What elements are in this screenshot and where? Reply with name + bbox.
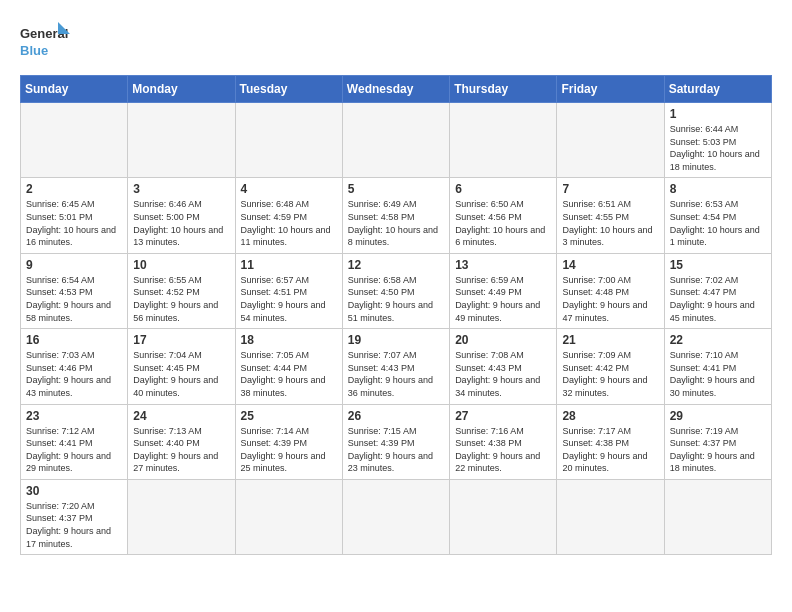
day-number: 23: [26, 409, 122, 423]
calendar-cell: 11Sunrise: 6:57 AM Sunset: 4:51 PM Dayli…: [235, 253, 342, 328]
weekday-header-monday: Monday: [128, 76, 235, 103]
day-number: 24: [133, 409, 229, 423]
day-info: Sunrise: 6:48 AM Sunset: 4:59 PM Dayligh…: [241, 198, 337, 248]
day-info: Sunrise: 7:08 AM Sunset: 4:43 PM Dayligh…: [455, 349, 551, 399]
day-info: Sunrise: 6:53 AM Sunset: 4:54 PM Dayligh…: [670, 198, 766, 248]
calendar-cell: [128, 479, 235, 554]
week-row-1: 1Sunrise: 6:44 AM Sunset: 5:03 PM Daylig…: [21, 103, 772, 178]
day-number: 18: [241, 333, 337, 347]
day-info: Sunrise: 7:17 AM Sunset: 4:38 PM Dayligh…: [562, 425, 658, 475]
calendar-cell: 4Sunrise: 6:48 AM Sunset: 4:59 PM Daylig…: [235, 178, 342, 253]
calendar-cell: [664, 479, 771, 554]
weekday-header-tuesday: Tuesday: [235, 76, 342, 103]
day-info: Sunrise: 6:57 AM Sunset: 4:51 PM Dayligh…: [241, 274, 337, 324]
calendar-cell: 8Sunrise: 6:53 AM Sunset: 4:54 PM Daylig…: [664, 178, 771, 253]
weekday-header-wednesday: Wednesday: [342, 76, 449, 103]
calendar-table: SundayMondayTuesdayWednesdayThursdayFrid…: [20, 75, 772, 555]
day-info: Sunrise: 6:54 AM Sunset: 4:53 PM Dayligh…: [26, 274, 122, 324]
calendar-cell: 18Sunrise: 7:05 AM Sunset: 4:44 PM Dayli…: [235, 329, 342, 404]
calendar-cell: 1Sunrise: 6:44 AM Sunset: 5:03 PM Daylig…: [664, 103, 771, 178]
day-info: Sunrise: 7:13 AM Sunset: 4:40 PM Dayligh…: [133, 425, 229, 475]
day-info: Sunrise: 6:50 AM Sunset: 4:56 PM Dayligh…: [455, 198, 551, 248]
day-info: Sunrise: 7:07 AM Sunset: 4:43 PM Dayligh…: [348, 349, 444, 399]
day-number: 20: [455, 333, 551, 347]
day-info: Sunrise: 7:10 AM Sunset: 4:41 PM Dayligh…: [670, 349, 766, 399]
week-row-5: 23Sunrise: 7:12 AM Sunset: 4:41 PM Dayli…: [21, 404, 772, 479]
weekday-header-friday: Friday: [557, 76, 664, 103]
calendar-cell: 28Sunrise: 7:17 AM Sunset: 4:38 PM Dayli…: [557, 404, 664, 479]
day-info: Sunrise: 6:58 AM Sunset: 4:50 PM Dayligh…: [348, 274, 444, 324]
calendar-cell: [450, 479, 557, 554]
day-info: Sunrise: 6:45 AM Sunset: 5:01 PM Dayligh…: [26, 198, 122, 248]
calendar-cell: 3Sunrise: 6:46 AM Sunset: 5:00 PM Daylig…: [128, 178, 235, 253]
day-info: Sunrise: 7:20 AM Sunset: 4:37 PM Dayligh…: [26, 500, 122, 550]
day-number: 28: [562, 409, 658, 423]
calendar-cell: [342, 479, 449, 554]
day-number: 6: [455, 182, 551, 196]
day-number: 29: [670, 409, 766, 423]
day-info: Sunrise: 6:59 AM Sunset: 4:49 PM Dayligh…: [455, 274, 551, 324]
calendar-cell: [557, 103, 664, 178]
logo-svg: General Blue: [20, 20, 70, 65]
day-info: Sunrise: 7:12 AM Sunset: 4:41 PM Dayligh…: [26, 425, 122, 475]
day-info: Sunrise: 7:04 AM Sunset: 4:45 PM Dayligh…: [133, 349, 229, 399]
day-number: 3: [133, 182, 229, 196]
calendar-cell: 13Sunrise: 6:59 AM Sunset: 4:49 PM Dayli…: [450, 253, 557, 328]
day-info: Sunrise: 7:00 AM Sunset: 4:48 PM Dayligh…: [562, 274, 658, 324]
logo: General Blue: [20, 20, 70, 65]
calendar-cell: 5Sunrise: 6:49 AM Sunset: 4:58 PM Daylig…: [342, 178, 449, 253]
calendar-cell: 21Sunrise: 7:09 AM Sunset: 4:42 PM Dayli…: [557, 329, 664, 404]
day-number: 30: [26, 484, 122, 498]
day-info: Sunrise: 7:14 AM Sunset: 4:39 PM Dayligh…: [241, 425, 337, 475]
calendar-cell: 12Sunrise: 6:58 AM Sunset: 4:50 PM Dayli…: [342, 253, 449, 328]
day-number: 16: [26, 333, 122, 347]
calendar-cell: [21, 103, 128, 178]
day-info: Sunrise: 6:44 AM Sunset: 5:03 PM Dayligh…: [670, 123, 766, 173]
day-number: 27: [455, 409, 551, 423]
day-number: 12: [348, 258, 444, 272]
day-info: Sunrise: 7:03 AM Sunset: 4:46 PM Dayligh…: [26, 349, 122, 399]
day-number: 1: [670, 107, 766, 121]
day-number: 15: [670, 258, 766, 272]
calendar-cell: [235, 103, 342, 178]
day-number: 19: [348, 333, 444, 347]
day-number: 21: [562, 333, 658, 347]
calendar-cell: 26Sunrise: 7:15 AM Sunset: 4:39 PM Dayli…: [342, 404, 449, 479]
svg-text:Blue: Blue: [20, 43, 48, 58]
day-info: Sunrise: 7:15 AM Sunset: 4:39 PM Dayligh…: [348, 425, 444, 475]
day-number: 2: [26, 182, 122, 196]
calendar-cell: [450, 103, 557, 178]
day-number: 7: [562, 182, 658, 196]
calendar-cell: 9Sunrise: 6:54 AM Sunset: 4:53 PM Daylig…: [21, 253, 128, 328]
week-row-2: 2Sunrise: 6:45 AM Sunset: 5:01 PM Daylig…: [21, 178, 772, 253]
week-row-3: 9Sunrise: 6:54 AM Sunset: 4:53 PM Daylig…: [21, 253, 772, 328]
calendar-cell: 17Sunrise: 7:04 AM Sunset: 4:45 PM Dayli…: [128, 329, 235, 404]
calendar-cell: 14Sunrise: 7:00 AM Sunset: 4:48 PM Dayli…: [557, 253, 664, 328]
day-info: Sunrise: 6:55 AM Sunset: 4:52 PM Dayligh…: [133, 274, 229, 324]
day-number: 26: [348, 409, 444, 423]
day-number: 22: [670, 333, 766, 347]
calendar-cell: 24Sunrise: 7:13 AM Sunset: 4:40 PM Dayli…: [128, 404, 235, 479]
day-number: 25: [241, 409, 337, 423]
weekday-header-thursday: Thursday: [450, 76, 557, 103]
day-number: 4: [241, 182, 337, 196]
calendar-cell: [128, 103, 235, 178]
day-info: Sunrise: 6:51 AM Sunset: 4:55 PM Dayligh…: [562, 198, 658, 248]
calendar-cell: [557, 479, 664, 554]
weekday-header-row: SundayMondayTuesdayWednesdayThursdayFrid…: [21, 76, 772, 103]
day-number: 5: [348, 182, 444, 196]
calendar-cell: 23Sunrise: 7:12 AM Sunset: 4:41 PM Dayli…: [21, 404, 128, 479]
day-info: Sunrise: 7:16 AM Sunset: 4:38 PM Dayligh…: [455, 425, 551, 475]
calendar-cell: 15Sunrise: 7:02 AM Sunset: 4:47 PM Dayli…: [664, 253, 771, 328]
weekday-header-sunday: Sunday: [21, 76, 128, 103]
day-number: 10: [133, 258, 229, 272]
header: General Blue: [20, 20, 772, 65]
day-info: Sunrise: 7:09 AM Sunset: 4:42 PM Dayligh…: [562, 349, 658, 399]
week-row-6: 30Sunrise: 7:20 AM Sunset: 4:37 PM Dayli…: [21, 479, 772, 554]
calendar-cell: 25Sunrise: 7:14 AM Sunset: 4:39 PM Dayli…: [235, 404, 342, 479]
day-number: 14: [562, 258, 658, 272]
calendar-cell: 2Sunrise: 6:45 AM Sunset: 5:01 PM Daylig…: [21, 178, 128, 253]
day-number: 17: [133, 333, 229, 347]
calendar-cell: 10Sunrise: 6:55 AM Sunset: 4:52 PM Dayli…: [128, 253, 235, 328]
day-info: Sunrise: 6:49 AM Sunset: 4:58 PM Dayligh…: [348, 198, 444, 248]
